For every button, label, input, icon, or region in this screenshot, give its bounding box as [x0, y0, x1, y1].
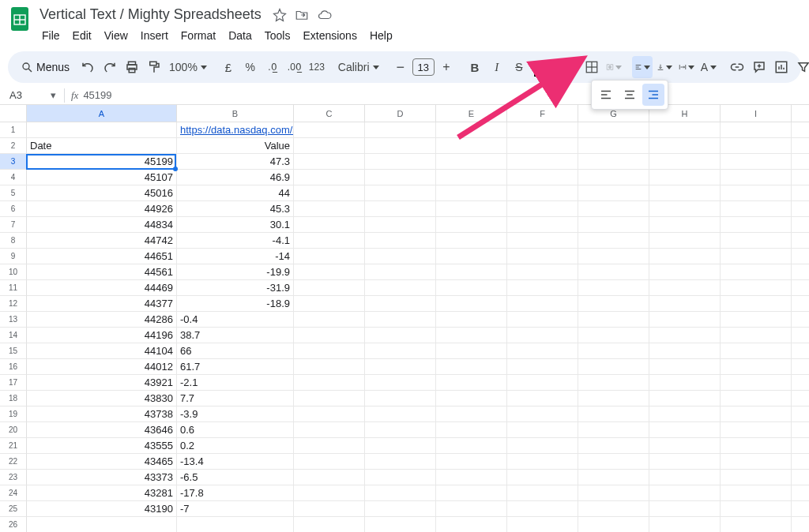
cell-I8[interactable]	[721, 233, 792, 248]
cell-A6[interactable]: 44926	[27, 201, 177, 216]
cell-F19[interactable]	[507, 406, 578, 421]
menu-tools[interactable]: Tools	[259, 26, 296, 45]
cell-B6[interactable]: 45.3	[177, 201, 294, 216]
menu-view[interactable]: View	[99, 26, 134, 45]
cell-B14[interactable]: 38.7	[177, 328, 294, 343]
cell-C12[interactable]	[294, 296, 365, 311]
cell-D13[interactable]	[365, 312, 436, 327]
cell-D17[interactable]	[365, 375, 436, 390]
row-header-21[interactable]: 21	[0, 438, 27, 454]
cell-C3[interactable]	[294, 154, 365, 169]
zoom-dropdown[interactable]: 100%	[166, 61, 210, 73]
cell-H4[interactable]	[649, 170, 721, 185]
cell-B4[interactable]: 46.9	[177, 170, 294, 185]
cell-C21[interactable]	[294, 438, 365, 453]
cell-C24[interactable]	[294, 485, 365, 500]
cell-I26[interactable]	[721, 517, 792, 532]
cell-A2[interactable]: Date	[27, 138, 177, 153]
cell-B2[interactable]: Value	[177, 138, 294, 153]
cell-D25[interactable]	[365, 501, 436, 516]
undo-button[interactable]	[77, 56, 98, 78]
cell-C1[interactable]	[294, 122, 365, 137]
cells-area[interactable]: https://data.nasdaq.com/apDateValue45199…	[27, 122, 809, 532]
redo-button[interactable]	[100, 56, 120, 78]
text-rotation-button[interactable]: A	[698, 56, 719, 78]
cell-A12[interactable]: 44377	[27, 296, 177, 311]
cell-I23[interactable]	[721, 470, 792, 485]
cell-G2[interactable]	[578, 138, 649, 153]
cell-H7[interactable]	[649, 217, 721, 232]
cell-C14[interactable]	[294, 328, 365, 343]
cell-I20[interactable]	[721, 422, 792, 437]
row-header-5[interactable]: 5	[0, 185, 27, 201]
cell-B24[interactable]: -17.8	[177, 485, 294, 500]
cell-C10[interactable]	[294, 264, 365, 279]
row-header-19[interactable]: 19	[0, 406, 27, 422]
cell-B16[interactable]: 61.7	[177, 359, 294, 374]
cell-I9[interactable]	[721, 249, 792, 264]
cell-F24[interactable]	[507, 485, 578, 500]
cell-H16[interactable]	[649, 359, 721, 374]
cell-B1[interactable]: https://data.nasdaq.com/ap	[177, 122, 294, 137]
cell-F9[interactable]	[507, 249, 578, 264]
cell-I19[interactable]	[721, 406, 792, 421]
cell-H2[interactable]	[649, 138, 721, 153]
star-icon[interactable]	[273, 8, 287, 22]
insert-comment-button[interactable]	[749, 56, 769, 78]
cell-H26[interactable]	[649, 517, 721, 532]
fill-color-button[interactable]	[553, 56, 574, 78]
cell-F5[interactable]	[507, 185, 578, 200]
cell-E19[interactable]	[436, 406, 507, 421]
cell-C18[interactable]	[294, 391, 365, 406]
cell-A25[interactable]: 43190	[27, 501, 177, 516]
row-header-1[interactable]: 1	[0, 122, 27, 138]
cell-F14[interactable]	[507, 328, 578, 343]
cell-E16[interactable]	[436, 359, 507, 374]
cell-H3[interactable]	[649, 154, 721, 169]
cell-F2[interactable]	[507, 138, 578, 153]
cell-H12[interactable]	[649, 296, 721, 311]
column-header-B[interactable]: B	[177, 105, 294, 122]
name-box[interactable]: A3	[9, 89, 43, 101]
cell-G15[interactable]	[578, 343, 649, 358]
formula-input[interactable]: 45199	[83, 89, 111, 101]
cell-I4[interactable]	[721, 170, 792, 185]
strikethrough-button[interactable]: S	[509, 56, 529, 78]
cell-G10[interactable]	[578, 264, 649, 279]
menu-format[interactable]: Format	[175, 26, 221, 45]
row-header-14[interactable]: 14	[0, 328, 27, 343]
cell-H18[interactable]	[649, 391, 721, 406]
cell-H14[interactable]	[649, 328, 721, 343]
cell-A11[interactable]: 44469	[27, 280, 177, 295]
cell-C16[interactable]	[294, 359, 365, 374]
column-header-D[interactable]: D	[365, 105, 436, 122]
cell-E15[interactable]	[436, 343, 507, 358]
cell-A20[interactable]: 43646	[27, 422, 177, 437]
cell-B25[interactable]: -7	[177, 501, 294, 516]
cell-D4[interactable]	[365, 170, 436, 185]
menu-file[interactable]: File	[36, 26, 66, 45]
cell-A8[interactable]: 44742	[27, 233, 177, 248]
cell-C5[interactable]	[294, 185, 365, 200]
cell-G11[interactable]	[578, 280, 649, 295]
cell-H23[interactable]	[649, 470, 721, 485]
cell-H21[interactable]	[649, 438, 721, 453]
cell-C8[interactable]	[294, 233, 365, 248]
cell-C20[interactable]	[294, 422, 365, 437]
cell-A23[interactable]: 43373	[27, 470, 177, 485]
cell-E12[interactable]	[436, 296, 507, 311]
row-header-13[interactable]: 13	[0, 312, 27, 328]
horizontal-align-button[interactable]	[632, 56, 653, 78]
sheets-logo[interactable]	[9, 5, 30, 33]
cell-B20[interactable]: 0.6	[177, 422, 294, 437]
cell-G21[interactable]	[578, 438, 649, 453]
name-box-caret[interactable]: ▾	[51, 89, 56, 101]
cell-C22[interactable]	[294, 454, 365, 469]
cell-E9[interactable]	[436, 249, 507, 264]
cell-F10[interactable]	[507, 264, 578, 279]
cell-D8[interactable]	[365, 233, 436, 248]
cell-I10[interactable]	[721, 264, 792, 279]
cell-D24[interactable]	[365, 485, 436, 500]
document-title[interactable]: Vertical Text / Mighty Spreadsheets	[36, 6, 265, 23]
more-formats-button[interactable]: 123	[307, 56, 327, 78]
